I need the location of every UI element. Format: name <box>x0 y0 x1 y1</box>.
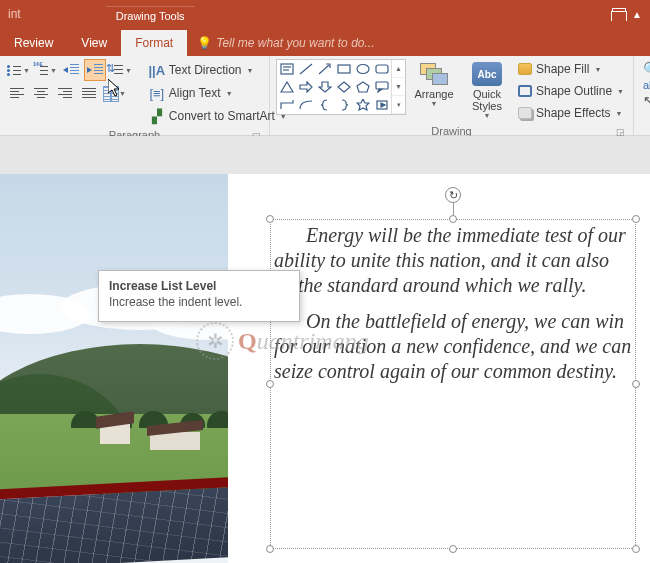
slide-image[interactable] <box>0 174 228 563</box>
align-text-button[interactable]: [≡] Align Text▼ <box>145 82 291 104</box>
numbering-button[interactable]: ▼ <box>33 59 58 81</box>
bullets-icon <box>7 64 21 76</box>
svg-marker-11 <box>338 82 350 92</box>
tab-review[interactable]: Review <box>0 30 67 56</box>
svg-rect-5 <box>338 65 350 73</box>
replace-button[interactable]: ab <box>643 79 650 91</box>
gallery-scroll-down-icon[interactable]: ▼ <box>392 78 405 96</box>
resize-handle-bm[interactable] <box>449 545 457 553</box>
shape-rounded-rect-icon[interactable] <box>372 60 391 78</box>
paragraph-1[interactable]: Energy will be the immediate test of our… <box>274 223 632 297</box>
find-button[interactable]: 🔍 <box>643 61 650 77</box>
shape-callout-icon[interactable] <box>372 78 391 96</box>
ribbon-display-options-icon[interactable]: ▲ <box>632 9 642 20</box>
align-center-icon <box>34 87 48 99</box>
shape-star-icon[interactable] <box>353 96 372 114</box>
gallery-scroll-up-icon[interactable]: ▲ <box>392 60 405 78</box>
resize-handle-tr[interactable] <box>632 215 640 223</box>
text-box[interactable]: ↻ Energy will be the immediate test of o… <box>270 219 636 549</box>
resize-handle-bl[interactable] <box>266 545 274 553</box>
ribbon-tabs: Review View Format 💡 Tell me what you wa… <box>0 28 650 56</box>
tell-me-placeholder: Tell me what you want to do... <box>216 36 374 50</box>
shape-triangle-icon[interactable] <box>277 78 296 96</box>
svg-line-3 <box>300 64 312 74</box>
columns-icon <box>103 86 117 100</box>
shape-diamond-icon[interactable] <box>334 78 353 96</box>
shape-outline-icon <box>518 85 532 97</box>
slide-edit-area[interactable]: ↻ Energy will be the immediate test of o… <box>0 136 650 563</box>
align-center-button[interactable] <box>30 82 52 104</box>
quick-styles-icon: Abc <box>472 62 502 86</box>
align-right-button[interactable] <box>54 82 76 104</box>
columns-button[interactable]: ▼ <box>102 82 127 104</box>
justify-icon <box>82 87 96 99</box>
shape-line-icon[interactable] <box>296 60 315 78</box>
svg-rect-7 <box>376 65 388 73</box>
shape-fill-button[interactable]: Shape Fill▼ <box>515 59 627 79</box>
tell-me-search[interactable]: 💡 Tell me what you want to do... <box>193 30 378 56</box>
resize-handle-ml[interactable] <box>266 380 274 388</box>
tooltip-body: Increase the indent level. <box>109 295 289 309</box>
tab-view[interactable]: View <box>67 30 121 56</box>
shape-rbrace-icon[interactable] <box>334 96 353 114</box>
svg-marker-10 <box>319 82 331 92</box>
shape-arrow-down-icon[interactable] <box>315 78 334 96</box>
align-text-icon: [≡] <box>149 85 165 101</box>
shape-arrow-line-icon[interactable] <box>315 60 334 78</box>
shape-textbox-icon[interactable] <box>277 60 296 78</box>
line-spacing-button[interactable]: ▼ <box>108 59 133 81</box>
shape-connector-curve-icon[interactable] <box>296 96 315 114</box>
text-direction-label: Text Direction <box>169 63 242 77</box>
increase-indent-button[interactable] <box>84 59 106 81</box>
text-direction-button[interactable]: ||A Text Direction▼ <box>145 59 291 81</box>
align-left-button[interactable] <box>6 82 28 104</box>
line-spacing-icon <box>109 63 123 77</box>
bullets-button[interactable]: ▼ <box>6 59 31 81</box>
shape-outline-button[interactable]: Shape Outline▼ <box>515 81 627 101</box>
shapes-gallery[interactable]: ▲ ▼ ▾ <box>276 59 406 115</box>
shape-lbrace-icon[interactable] <box>315 96 334 114</box>
svg-marker-8 <box>281 82 293 92</box>
quick-styles-button[interactable]: Abc Quick Styles ▼ <box>462 59 512 121</box>
shape-connector-elbow-icon[interactable] <box>277 96 296 114</box>
text-box-content[interactable]: Energy will be the immediate test of our… <box>274 223 632 545</box>
shape-effects-button[interactable]: Shape Effects▼ <box>515 103 627 123</box>
watermark-text: Quantrimang <box>238 328 369 355</box>
rotate-handle-icon[interactable]: ↻ <box>445 187 461 203</box>
svg-marker-12 <box>357 82 369 92</box>
group-paragraph: ▼ ▼ ▼ ▼ ||A Text Direction▼ <box>0 56 270 135</box>
gallery-more-icon[interactable]: ▾ <box>392 96 405 114</box>
shape-pentagon-icon[interactable] <box>353 78 372 96</box>
tab-format[interactable]: Format <box>121 30 187 56</box>
text-direction-icon: ||A <box>149 62 165 78</box>
slide-canvas[interactable]: ↻ Energy will be the immediate test of o… <box>0 174 650 563</box>
group-editing-partial: 🔍 ab ↖ <box>634 56 650 135</box>
resize-handle-mr[interactable] <box>632 380 640 388</box>
arrange-button[interactable]: Arrange ▼ <box>409 59 459 121</box>
shape-fill-label: Shape Fill <box>536 62 589 76</box>
shape-rectangle-icon[interactable] <box>334 60 353 78</box>
resize-handle-tm[interactable] <box>449 215 457 223</box>
svg-marker-14 <box>378 89 382 92</box>
app-title-fragment: int <box>8 7 21 21</box>
align-text-label: Align Text <box>169 86 221 100</box>
align-left-icon <box>10 87 24 99</box>
convert-smartart-button[interactable]: ▞ Convert to SmartArt▼ <box>145 105 291 127</box>
shape-oval-icon[interactable] <box>353 60 372 78</box>
shape-outline-label: Shape Outline <box>536 84 612 98</box>
resize-handle-br[interactable] <box>632 545 640 553</box>
convert-smartart-label: Convert to SmartArt <box>169 109 275 123</box>
smartart-icon: ▞ <box>149 108 165 124</box>
resize-handle-tl[interactable] <box>266 215 274 223</box>
shape-arrow-right-icon[interactable] <box>296 78 315 96</box>
arrange-icon <box>420 63 448 85</box>
restore-window-icon[interactable] <box>612 8 626 20</box>
lightbulb-icon: 💡 <box>197 36 212 50</box>
svg-marker-15 <box>357 99 369 110</box>
contextual-tab-label: Drawing Tools <box>106 6 195 22</box>
select-button[interactable]: ↖ <box>643 93 650 108</box>
shape-action-icon[interactable] <box>372 96 391 114</box>
quick-styles-label: Quick Styles <box>472 88 502 112</box>
decrease-indent-button[interactable] <box>60 59 82 81</box>
justify-button[interactable] <box>78 82 100 104</box>
